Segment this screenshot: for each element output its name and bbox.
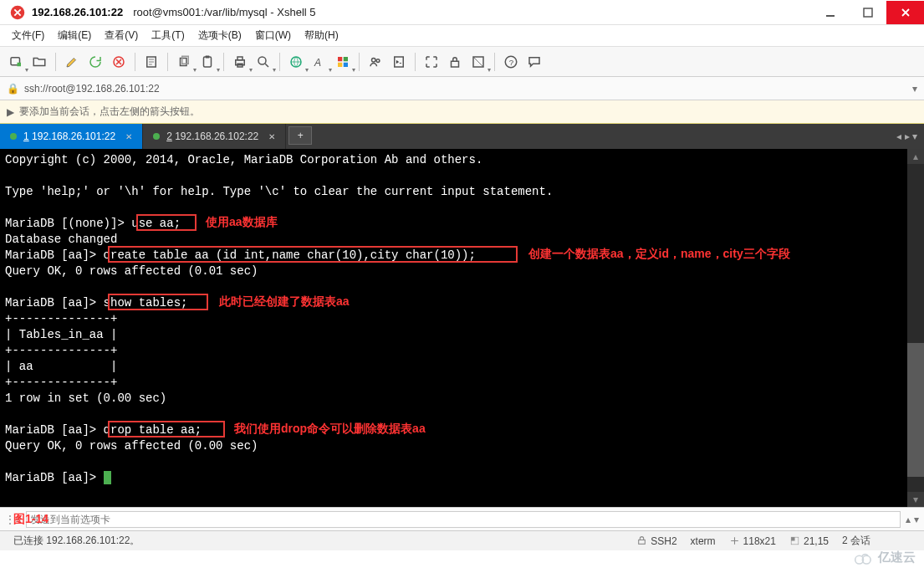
- session-tabs: 1 192.168.26.101:22 ✕ 2 192.168.26.102:2…: [0, 124, 924, 149]
- tab-num: 2: [166, 130, 172, 142]
- send-scroll-up-icon[interactable]: ▴: [906, 514, 911, 525]
- svg-rect-18: [344, 57, 348, 61]
- svg-rect-24: [452, 61, 459, 67]
- new-session-icon[interactable]: [5, 51, 27, 73]
- properties-icon[interactable]: [140, 51, 162, 73]
- fullscreen-icon[interactable]: [421, 51, 442, 73]
- menu-tabs[interactable]: 选项卡(B): [193, 27, 247, 44]
- lock-icon[interactable]: [444, 51, 466, 73]
- tab-label: 192.168.26.102:22: [175, 130, 258, 142]
- color-icon[interactable]: [332, 51, 354, 73]
- svg-rect-4: [18, 62, 22, 66]
- svg-rect-10: [206, 55, 210, 58]
- status-dot-icon: [10, 133, 17, 140]
- svg-rect-9: [204, 57, 212, 67]
- tab-add-button[interactable]: +: [288, 126, 312, 145]
- status-sessions: 2 会话: [835, 534, 877, 548]
- scroll-thumb[interactable]: [907, 343, 924, 477]
- app-icon: [8, 3, 27, 22]
- open-icon[interactable]: [28, 51, 50, 73]
- close-button[interactable]: [886, 1, 924, 24]
- send-bar: ⋮≡ 图1-14 ▴ ▾: [0, 507, 924, 530]
- svg-point-21: [372, 58, 376, 62]
- terminal-scrollbar[interactable]: ▴ ▾: [907, 149, 924, 507]
- hint-bar: ▶ 要添加当前会话，点击左侧的箭头按钮。: [0, 100, 924, 124]
- status-dot-icon: [153, 133, 160, 140]
- svg-rect-1: [826, 15, 835, 17]
- title-ip: 192.168.26.101:22: [32, 6, 123, 18]
- send-input[interactable]: [26, 511, 901, 528]
- svg-text:?: ?: [509, 57, 514, 66]
- tab-scroll-arrows[interactable]: ◂ ▸ ▾: [890, 124, 924, 149]
- title-path: root@vms001:/var/lib/mysql - Xshell 5: [133, 6, 315, 18]
- toolbar: A ?: [0, 47, 924, 77]
- address-bar: 🔒 ssh://root@192.168.26.101:22 ▾: [0, 77, 924, 100]
- svg-point-22: [376, 59, 380, 62]
- menu-edit[interactable]: 编辑(E): [53, 27, 96, 44]
- svg-point-14: [258, 57, 266, 64]
- lock-small-icon: 🔒: [7, 83, 19, 95]
- status-grid-icon[interactable]: [904, 535, 917, 546]
- tab-session-2[interactable]: 2 192.168.26.102:22 ✕: [143, 124, 286, 149]
- terminal-area: Copyright (c) 2000, 2014, Oracle, MariaD…: [0, 149, 924, 507]
- address-text[interactable]: ssh://root@192.168.26.101:22: [24, 83, 160, 95]
- copy-icon[interactable]: [173, 51, 195, 73]
- svg-rect-17: [338, 57, 342, 61]
- status-size: 118x21: [722, 535, 783, 547]
- brand-watermark: 亿速云: [853, 550, 916, 565]
- tab-num: 1: [23, 130, 29, 142]
- paste-icon[interactable]: [197, 51, 218, 73]
- svg-rect-19: [338, 62, 342, 66]
- chat-icon[interactable]: [523, 51, 545, 73]
- hint-arrow-icon[interactable]: ▶: [7, 106, 14, 118]
- title-bar: 192.168.26.101:22 root@vms001:/var/lib/m…: [0, 0, 924, 25]
- send-scroll-down-icon[interactable]: ▾: [914, 514, 919, 525]
- status-term: xterm: [684, 535, 722, 547]
- hint-text: 要添加当前会话，点击左侧的箭头按钮。: [19, 105, 200, 119]
- menu-bar: 文件(F) 编辑(E) 查看(V) 工具(T) 选项卡(B) 窗口(W) 帮助(…: [0, 25, 924, 47]
- globe-icon[interactable]: [285, 51, 307, 73]
- users-icon[interactable]: [365, 51, 386, 73]
- status-bar: 已连接 192.168.26.101:22。 SSH2 xterm 118x21…: [0, 530, 924, 550]
- pencil-icon[interactable]: [61, 51, 83, 73]
- svg-text:A: A: [314, 56, 321, 68]
- menu-help[interactable]: 帮助(H): [299, 27, 344, 44]
- svg-rect-20: [344, 62, 348, 66]
- status-protocol: SSH2: [630, 535, 683, 547]
- menu-file[interactable]: 文件(F): [7, 27, 49, 44]
- menu-view[interactable]: 查看(V): [100, 27, 143, 44]
- search-icon[interactable]: [253, 51, 274, 73]
- print-icon[interactable]: [229, 51, 251, 73]
- menu-tools[interactable]: 工具(T): [146, 27, 189, 44]
- maximize-button[interactable]: [849, 1, 886, 24]
- svg-rect-7: [181, 58, 187, 65]
- address-dropdown-icon[interactable]: ▾: [912, 83, 917, 95]
- terminal[interactable]: Copyright (c) 2000, 2014, Oracle, MariaD…: [0, 149, 907, 507]
- tab-label: 192.168.26.101:22: [32, 130, 115, 142]
- svg-rect-28: [639, 540, 646, 544]
- figure-label: 图1-14: [13, 512, 48, 527]
- scroll-down-icon[interactable]: ▾: [907, 492, 924, 507]
- tab-close-icon[interactable]: ✕: [268, 132, 275, 141]
- tab-close-icon[interactable]: ✕: [125, 132, 132, 141]
- reconnect-icon[interactable]: [84, 51, 106, 73]
- status-connection: 已连接 192.168.26.101:22。: [7, 534, 146, 548]
- tab-session-1[interactable]: 1 192.168.26.101:22 ✕: [0, 124, 143, 149]
- status-plus-icon[interactable]: [891, 535, 904, 546]
- minimize-button[interactable]: [811, 1, 849, 24]
- terminal-cursor: [104, 471, 111, 484]
- menu-window[interactable]: 窗口(W): [250, 27, 296, 44]
- help-icon[interactable]: ?: [500, 51, 522, 73]
- svg-rect-30: [791, 537, 794, 540]
- disconnect-icon[interactable]: [108, 51, 130, 73]
- status-cursor: 21,15: [783, 535, 835, 547]
- status-caps-icon[interactable]: [877, 535, 891, 546]
- transparency-icon[interactable]: [467, 51, 489, 73]
- svg-rect-12: [237, 57, 242, 60]
- font-icon[interactable]: A: [309, 51, 330, 73]
- svg-rect-8: [182, 56, 189, 64]
- svg-rect-2: [864, 8, 872, 17]
- scroll-up-icon[interactable]: ▴: [907, 149, 924, 164]
- script-icon[interactable]: [388, 51, 410, 73]
